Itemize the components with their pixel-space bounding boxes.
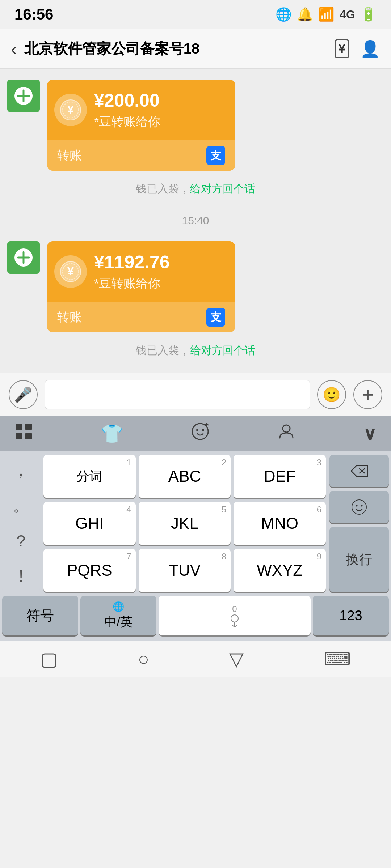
grid-icon[interactable] — [14, 422, 33, 445]
key-fen[interactable]: 1 分词 — [43, 455, 136, 498]
battery-icon: 🔋 — [360, 7, 377, 22]
transfer-info-1: ¥200.00 *豆转账给你 — [94, 90, 225, 130]
keyboard: ， 。 ? ! 1 分词 2 ABC 3 DEF — [0, 451, 391, 641]
chat-header: ‹ 北京软件管家公司备案号18 ¥ 👤 — [0, 29, 391, 69]
wifi-icon: 📶 — [318, 7, 335, 22]
transfer-amount-2: ¥1192.76 — [94, 251, 225, 273]
sys-message-1: 钱已入袋，给对方回个话 — [7, 178, 384, 200]
nav-home-icon[interactable]: ○ — [138, 648, 149, 670]
transfer-label-1: 转账 — [57, 147, 82, 164]
message-row-1: ¥ ¥200.00 *豆转账给你 转账 支 — [7, 80, 384, 171]
nav-square-icon[interactable]: ▢ — [40, 648, 58, 670]
nav-bar: ▢ ○ ▽ ⌨ — [0, 641, 391, 677]
key-ghi[interactable]: 4 GHI — [43, 502, 136, 545]
key-pqrs[interactable]: 7 PQRS — [43, 549, 136, 592]
contact-icon[interactable]: 👤 — [360, 39, 380, 58]
avatar-2 — [7, 241, 40, 274]
emoji-key[interactable] — [329, 491, 389, 523]
transfer-desc-2: *豆转账给你 — [94, 275, 225, 292]
keyboard-row-3: 7 PQRS 8 TUV 9 WXYZ — [40, 545, 329, 596]
right-special-col: 换行 — [329, 451, 391, 596]
store-icon[interactable]: 👕 — [101, 423, 123, 444]
keyboard-row-2: 4 GHI 5 JKL 6 MNO — [40, 498, 329, 545]
svg-point-15 — [356, 505, 358, 507]
status-bar: 16:56 🌐 🔔 📶 4G 🔋 — [0, 0, 391, 29]
svg-point-10 — [192, 424, 208, 439]
keyboard-toolbar: 👕 ∨ — [0, 416, 391, 451]
key-wxyz[interactable]: 9 WXYZ — [234, 549, 326, 592]
nav-back-icon[interactable]: ▽ — [229, 648, 244, 670]
keyboard-bottom-row: 符号 🌐 中/英 0 123 — [0, 596, 391, 641]
alipay-icon-1: 支 — [206, 146, 225, 165]
svg-rect-7 — [25, 424, 32, 430]
keyboard-row-1: 1 分词 2 ABC 3 DEF — [40, 451, 329, 498]
backspace-key[interactable] — [329, 455, 389, 487]
key-mno[interactable]: 6 MNO — [234, 502, 326, 545]
key-jkl[interactable]: 5 JKL — [139, 502, 231, 545]
avatar-1 — [7, 80, 40, 112]
message-row-2: ¥ ¥1192.76 *豆转账给你 转账 支 — [7, 241, 384, 332]
timestamp-1: 15:40 — [7, 207, 384, 234]
svg-point-12 — [202, 429, 204, 431]
svg-rect-8 — [16, 433, 22, 439]
svg-rect-6 — [16, 424, 22, 430]
message-input[interactable] — [45, 380, 310, 409]
enter-key[interactable]: 换行 — [329, 527, 389, 592]
svg-point-14 — [352, 500, 366, 514]
svg-text:¥: ¥ — [67, 265, 74, 278]
sys-link-1[interactable]: 给对方回个话 — [190, 183, 255, 195]
emoji-button[interactable]: 🙂 — [317, 380, 346, 409]
nav-keyboard-icon[interactable]: ⌨ — [324, 648, 351, 670]
sys-message-2: 钱已入袋，给对方回个话 — [7, 340, 384, 362]
left-special-col: ， 。 ? ! — [0, 451, 40, 596]
transfer-card-1[interactable]: ¥ ¥200.00 *豆转账给你 转账 支 — [47, 80, 235, 171]
avatar-plus-icon — [14, 87, 33, 105]
avatar-plus-icon-2 — [14, 248, 33, 267]
header-actions: ¥ 👤 — [335, 39, 380, 58]
status-icons: 🌐 🔔 📶 4G 🔋 — [276, 7, 377, 22]
wallet-icon[interactable]: ¥ — [335, 39, 349, 58]
notification-icon: 🔔 — [297, 7, 313, 22]
key-def[interactable]: 3 DEF — [234, 455, 326, 498]
transfer-footer-2: 转账 支 — [47, 302, 235, 332]
person-icon[interactable] — [277, 422, 296, 445]
keyboard-grid: 1 分词 2 ABC 3 DEF 4 GHI 5 — [40, 451, 329, 596]
svg-point-16 — [361, 505, 363, 507]
back-button[interactable]: ‹ — [11, 38, 17, 59]
key-exclaim[interactable]: ! — [2, 561, 40, 592]
keyboard-main: ， 。 ? ! 1 分词 2 ABC 3 DEF — [0, 451, 391, 596]
face-sticker-icon[interactable] — [191, 422, 210, 445]
svg-text:¥: ¥ — [67, 103, 74, 116]
key-question[interactable]: ? — [2, 525, 40, 557]
key-period[interactable]: 。 — [2, 490, 40, 522]
chevron-down-icon[interactable]: ∨ — [363, 423, 377, 444]
svg-point-11 — [196, 429, 198, 431]
alipay-icon-2: 支 — [206, 308, 225, 327]
coin-icon-2: ¥ — [54, 255, 87, 288]
svg-point-17 — [231, 615, 238, 622]
coin-icon-1: ¥ — [54, 94, 87, 126]
key-comma[interactable]: ， — [2, 455, 40, 486]
extra-button[interactable]: + — [353, 380, 382, 409]
key-lang[interactable]: 🌐 中/英 — [80, 596, 156, 635]
key-tuv[interactable]: 8 TUV — [139, 549, 231, 592]
key-symbol[interactable]: 符号 — [2, 596, 78, 635]
transfer-footer-1: 转账 支 — [47, 140, 235, 171]
mic-button[interactable]: 🎤 — [9, 380, 38, 409]
svg-rect-9 — [25, 433, 32, 439]
svg-point-13 — [283, 425, 290, 432]
chat-title: 北京软件管家公司备案号18 — [24, 39, 335, 59]
transfer-card-2[interactable]: ¥ ¥1192.76 *豆转账给你 转账 支 — [47, 241, 235, 332]
signal-icon: 4G — [340, 8, 355, 21]
transfer-desc-1: *豆转账给你 — [94, 114, 225, 130]
input-area: 🎤 🙂 + — [0, 373, 391, 416]
key-abc[interactable]: 2 ABC — [139, 455, 231, 498]
globe-icon: 🌐 — [276, 7, 292, 22]
sys-link-2[interactable]: 给对方回个话 — [190, 344, 255, 356]
transfer-info-2: ¥1192.76 *豆转账给你 — [94, 251, 225, 292]
chat-area: ¥ ¥200.00 *豆转账给你 转账 支 钱已入袋，给对方回个话 15:40 — [0, 69, 391, 373]
status-time: 16:56 — [14, 6, 53, 23]
transfer-amount-1: ¥200.00 — [94, 90, 225, 111]
key-space[interactable]: 0 — [159, 596, 311, 635]
key-123[interactable]: 123 — [313, 596, 389, 635]
